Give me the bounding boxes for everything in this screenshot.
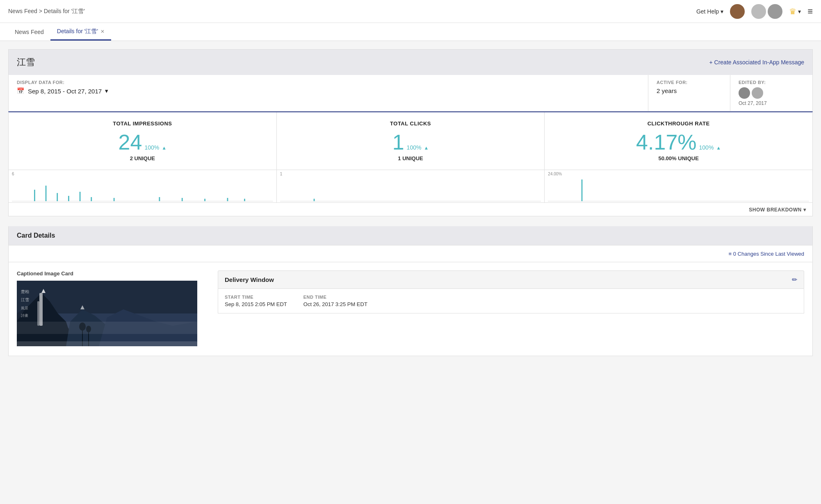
top-bar: News Feed > Details for '江雪' Get Help ▾ … — [0, 0, 821, 23]
changes-row: ≡ 0 Changes Since Last Viewed — [8, 245, 813, 262]
ctr-chart-svg — [548, 177, 809, 202]
edited-date: Oct 27, 2017 — [739, 100, 804, 106]
date-range-text: Sep 8, 2015 - Oct 27, 2017 — [28, 88, 102, 95]
card-image: 楚柏 江雪 風景 詩畫 — [17, 281, 197, 346]
active-for-cell: ACTIVE FOR: 2 years — [648, 75, 730, 111]
display-data-cell: DISPLAY DATA FOR: 📅 Sep 8, 2015 - Oct 27… — [9, 75, 648, 111]
stat-main-line: 4.17% 100% ▲ — [553, 132, 804, 153]
chevron-down-icon: ▾ — [721, 8, 723, 15]
edited-by-cell: EDITED BY: Oct 27, 2017 — [730, 75, 812, 111]
delivery-window-body: START TIME Sep 8, 2015 2:05 PM EDT END T… — [218, 289, 804, 313]
card-image-section: Captioned Image Card — [17, 270, 205, 347]
stat-percent: 100% — [144, 144, 159, 151]
avatar — [730, 4, 745, 19]
crown-icon: ♛ — [789, 7, 796, 16]
stat-unique: 2 UNIQUE — [17, 155, 268, 161]
close-icon[interactable]: ✕ — [100, 29, 105, 34]
card-header: 江雪 + Create Associated In-App Message — [8, 49, 813, 75]
changes-link[interactable]: ≡ 0 Changes Since Last Viewed — [729, 251, 804, 257]
chart-ymax: 1 — [280, 172, 283, 176]
active-label: ACTIVE FOR: — [657, 80, 722, 85]
edited-label: EDITED BY: — [739, 80, 804, 85]
display-data-label: DISPLAY DATA FOR: — [17, 80, 640, 85]
create-associated-button[interactable]: + Create Associated In-App Message — [709, 59, 804, 66]
stats-row: TOTAL IMPRESSIONS 24 100% ▲ 2 UNIQUE TOT… — [8, 111, 813, 170]
chevron-down-icon: ▾ — [803, 207, 806, 213]
tab-details[interactable]: Details for '江雪' ✕ — [50, 24, 111, 41]
clicks-chart-svg — [280, 177, 541, 202]
chevron-down-icon[interactable]: ▾ — [105, 87, 108, 95]
delivery-window-title: Delivery Window — [225, 276, 274, 283]
avatar — [739, 87, 750, 99]
arrow-up-icon: ▲ — [162, 145, 166, 151]
tab-label: News Feed — [15, 29, 44, 35]
delivery-section: Delivery Window ✏ START TIME Sep 8, 2015… — [218, 270, 804, 347]
delivery-window-header: Delivery Window ✏ — [218, 270, 804, 289]
end-time-label: END TIME — [303, 295, 367, 300]
avatar — [752, 87, 763, 99]
chevron-down-icon: ▾ — [798, 8, 801, 15]
section-title: Card Details — [17, 232, 55, 239]
svg-text:詩畫: 詩畫 — [21, 313, 28, 318]
total-clicks-cell: TOTAL CLICKS 1 100% ▲ 1 UNIQUE — [277, 112, 545, 170]
menu-button[interactable]: ≡ — [807, 6, 813, 17]
stat-unique: 1 UNIQUE — [285, 155, 536, 161]
show-breakdown-button[interactable]: SHOW BREAKDOWN ▾ — [749, 207, 806, 213]
delivery-times: START TIME Sep 8, 2015 2:05 PM EDT END T… — [225, 295, 797, 307]
breadcrumb: News Feed > Details for '江雪' — [8, 8, 85, 15]
hamburger-icon: ≡ — [807, 6, 813, 16]
svg-text:風景: 風景 — [21, 306, 28, 310]
stat-label: TOTAL IMPRESSIONS — [17, 120, 268, 127]
arrow-up-icon: ▲ — [716, 145, 721, 151]
crown-button[interactable]: ♛ ▾ — [789, 7, 801, 16]
calendar-icon: 📅 — [17, 87, 25, 95]
stat-number: 24 — [119, 132, 142, 153]
clickthrough-rate-cell: CLICKTHROUGH RATE 4.17% 100% ▲ 50.00% UN… — [545, 112, 812, 170]
active-value: 2 years — [657, 87, 722, 94]
avatar — [751, 4, 766, 19]
tab-bar: News Feed Details for '江雪' ✕ — [0, 23, 821, 41]
chart-ymax: 6 — [12, 172, 14, 176]
svg-text:楚柏: 楚柏 — [21, 289, 29, 294]
svg-text:江雪: 江雪 — [21, 297, 29, 302]
avatar-group — [751, 4, 782, 19]
main-content: 江雪 + Create Associated In-App Message DI… — [0, 41, 821, 364]
avatar — [768, 4, 782, 19]
arrow-up-icon: ▲ — [424, 145, 429, 151]
date-range-value: 📅 Sep 8, 2015 - Oct 27, 2017 ▾ — [17, 87, 640, 95]
end-time-block: END TIME Oct 26, 2017 3:25 PM EDT — [303, 295, 367, 307]
stat-main-line: 1 100% ▲ — [285, 132, 536, 153]
ctr-chart: 24.00% — [545, 170, 812, 202]
tab-label: Details for '江雪' — [57, 28, 98, 35]
list-icon: ≡ — [729, 251, 733, 257]
stat-label: TOTAL CLICKS — [285, 120, 536, 127]
stat-percent: 100% — [699, 144, 714, 151]
start-time-value: Sep 8, 2015 2:05 PM EDT — [225, 301, 287, 307]
stat-percent: 100% — [407, 144, 422, 151]
chart-ymax: 24.00% — [548, 172, 562, 176]
card-type-label: Captioned Image Card — [17, 270, 205, 277]
end-time-value: Oct 26, 2017 3:25 PM EDT — [303, 301, 367, 307]
show-breakdown-row: SHOW BREAKDOWN ▾ — [8, 203, 813, 216]
stat-number: 1 — [392, 132, 404, 153]
get-help-button[interactable]: Get Help ▾ — [696, 8, 723, 15]
impressions-chart-svg — [12, 177, 273, 202]
svg-rect-21 — [39, 293, 43, 326]
stat-label: CLICKTHROUGH RATE — [553, 120, 804, 127]
stat-unique: 50.00% UNIQUE — [553, 155, 804, 161]
show-breakdown-label: SHOW BREAKDOWN — [749, 207, 801, 213]
edit-icon[interactable]: ✏ — [792, 276, 797, 284]
charts-row: 6 1 — [8, 170, 813, 203]
get-help-label: Get Help — [696, 8, 719, 15]
start-time-label: START TIME — [225, 295, 287, 300]
impressions-chart: 6 — [9, 170, 277, 202]
top-bar-right: Get Help ▾ ♛ ▾ ≡ — [696, 4, 813, 19]
total-impressions-cell: TOTAL IMPRESSIONS 24 100% ▲ 2 UNIQUE — [9, 112, 277, 170]
start-time-block: START TIME Sep 8, 2015 2:05 PM EDT — [225, 295, 287, 307]
card-details-body: Captioned Image Card — [8, 262, 813, 356]
tab-news-feed[interactable]: News Feed — [8, 25, 50, 41]
svg-rect-35 — [17, 341, 197, 346]
edited-avatars — [739, 87, 804, 99]
card-title: 江雪 — [17, 56, 35, 68]
clicks-chart: 1 — [277, 170, 545, 202]
